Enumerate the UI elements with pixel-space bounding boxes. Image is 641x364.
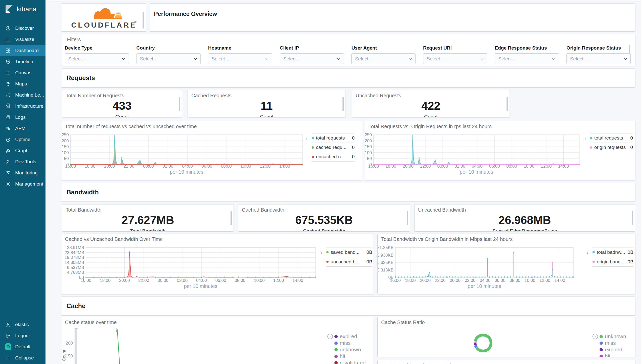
legend-value: 0B [628, 249, 633, 255]
filter-select-device-type[interactable]: Select... [65, 53, 129, 64]
filter-select-country[interactable]: Select... [136, 53, 201, 64]
panel-scrollbar[interactable] [231, 211, 232, 225]
legend-item-origin-requests[interactable]: origin requests0 [590, 143, 633, 152]
legend-label: uncached re... [316, 154, 350, 160]
legend-item-total-badnw[interactable]: total badnw...0B [592, 247, 633, 257]
panel-scrollbar[interactable] [143, 12, 144, 29]
sidebar-item-elastic[interactable]: elastic [0, 319, 45, 330]
legend-toggle-icon[interactable]: › [327, 334, 333, 339]
legend-toggle-icon[interactable]: › [586, 249, 589, 256]
dashboard-icon [5, 48, 11, 53]
sidebar-item-dev-tools[interactable]: Dev Tools [0, 156, 45, 167]
svg-text:04:00: 04:00 [480, 278, 491, 283]
filter-select-client-ip[interactable]: Select... [280, 53, 344, 64]
panel-scrollbar[interactable] [507, 97, 508, 111]
panel-scrollbar[interactable] [342, 97, 344, 111]
legend-item-total-requests[interactable]: total requests0 [312, 133, 355, 143]
legend-item-total-requests[interactable]: total requests0 [590, 133, 633, 143]
chevron-down-icon [624, 58, 627, 60]
apm-icon [5, 126, 11, 131]
legend-dot [590, 137, 592, 139]
sidebar-item-discover[interactable]: Discover [0, 23, 45, 34]
sidebar-item-apm[interactable]: APM [0, 123, 45, 134]
legend-item-hit[interactable]: hit [600, 353, 632, 357]
sidebar-item-visualize[interactable]: Visualize [0, 34, 45, 45]
sidebar-item-monitoring[interactable]: Monitoring [0, 167, 45, 178]
collapse-arrow-icon [5, 355, 11, 361]
legend-label: saved band... [331, 249, 365, 255]
filter-select-edge-response-status[interactable]: Select... [495, 53, 559, 64]
panel-scrollbar[interactable] [407, 211, 408, 225]
chart-panel-cache-status-over-time: Cache status over time200150Count›expire… [61, 317, 373, 364]
legend-value: 0 [630, 145, 633, 150]
legend-toggle-icon[interactable]: › [320, 249, 323, 256]
sidebar-item-label: Maps [15, 81, 27, 87]
filter-select-request-uri[interactable]: Select... [423, 53, 487, 64]
sidebar-item-logs[interactable]: Logs [0, 112, 45, 123]
sidebar-item-maps[interactable]: Maps [0, 78, 45, 89]
legend-dot [326, 251, 329, 253]
filter-label: Client IP [280, 45, 344, 51]
sidebar-item-default[interactable]: DDefault [0, 341, 45, 352]
svg-text:®: ® [134, 20, 136, 23]
panel-scrollbar[interactable] [632, 211, 633, 225]
legend-toggle-icon[interactable]: › [306, 135, 308, 142]
legend-item-expired[interactable]: expired [600, 346, 632, 353]
sidebar-item-timelion[interactable]: Timelion [0, 56, 45, 67]
legend-item-miss[interactable]: miss [600, 340, 632, 346]
sidebar-item-logout[interactable]: Logout [0, 330, 45, 341]
sidebar-item-uptime[interactable]: Uptime [0, 134, 45, 145]
chart-panel-top-uris-cache-miss: Top URIs with Cache Status Miss [377, 360, 635, 364]
metric-panel-uncached-requests: Uncached Requests422Count [352, 90, 510, 117]
svg-text:08:00: 08:00 [235, 278, 245, 283]
legend-item-unknown[interactable]: unknown [600, 333, 632, 340]
kibana-logo[interactable]: kibana [0, 0, 45, 18]
svg-text:04:00: 04:00 [196, 278, 207, 283]
legend-item-uncached-re[interactable]: uncached re...0 [312, 152, 355, 162]
metric-value: 422 [352, 99, 510, 112]
sidebar-nav: DiscoverVisualizeDashboardTimelionCanvas… [0, 23, 45, 190]
metric-panel-total-bandwidth: Total Bandwidth27.627MBTotal Bandwidth [62, 204, 234, 232]
legend-dot [592, 251, 595, 253]
canvas-icon [5, 70, 11, 76]
legend-dot [592, 261, 595, 263]
legend-label: uncached b... [331, 259, 365, 265]
legend-item-uncached-b[interactable]: uncached b...0B [326, 257, 372, 267]
sidebar-item-infrastructure[interactable]: Infrastructure [0, 101, 45, 112]
infrastructure-icon [5, 103, 11, 109]
sidebar-item-graph[interactable]: Graph [0, 145, 45, 156]
filters-panel-label: Filters [67, 37, 81, 42]
sidebar-item-collapse[interactable]: Collapse [0, 352, 45, 363]
panel-scrollbar[interactable] [179, 97, 180, 111]
metric-panel-total-number-of-requests: Total Number of Requests433Count [62, 90, 182, 117]
panel-scrollbar[interactable] [629, 45, 630, 53]
legend-item-unknown[interactable]: unknown [334, 346, 370, 353]
legend-item-origin-band[interactable]: origin band...0B [592, 257, 633, 267]
legend-item-miss[interactable]: miss [334, 340, 370, 346]
legend-toggle-icon[interactable]: › [584, 135, 586, 142]
filter-select-user-agent[interactable]: Select... [351, 53, 416, 64]
sidebar-item-label: Dev Tools [15, 159, 36, 165]
sidebar-item-label: Infrastructure [15, 103, 43, 109]
sidebar-item-label: Graph [15, 148, 29, 153]
legend-item-hit[interactable]: hit [334, 353, 370, 359]
legend-item-expired[interactable]: expired [334, 333, 370, 340]
filter-select-hostname[interactable]: Select... [208, 53, 272, 64]
legend-item-saved-band[interactable]: saved band...0B [326, 247, 372, 257]
legend-value: 0B [367, 259, 372, 265]
sidebar-item-label: Logs [15, 115, 26, 120]
legend-dot [334, 348, 338, 351]
sidebar-item-machine-le[interactable]: Machine Le... [0, 89, 45, 101]
legend-toggle-icon[interactable]: › [592, 334, 598, 339]
legend-label: hit [605, 353, 632, 357]
filter-select-origin-response-status[interactable]: Select... [566, 53, 631, 64]
sidebar-item-canvas[interactable]: Canvas [0, 67, 45, 78]
sidebar-item-management[interactable]: Management [0, 178, 45, 190]
legend-item-revalidated[interactable]: revalidated [334, 359, 370, 364]
chevron-down-icon [480, 58, 484, 60]
chevron-down-icon [194, 58, 197, 60]
sidebar-item-dashboard[interactable]: Dashboard [0, 45, 45, 56]
svg-text:14:00: 14:00 [554, 278, 565, 283]
legend-item-cached-requ[interactable]: cached requ...0 [312, 143, 355, 152]
legend-dot [312, 156, 314, 158]
